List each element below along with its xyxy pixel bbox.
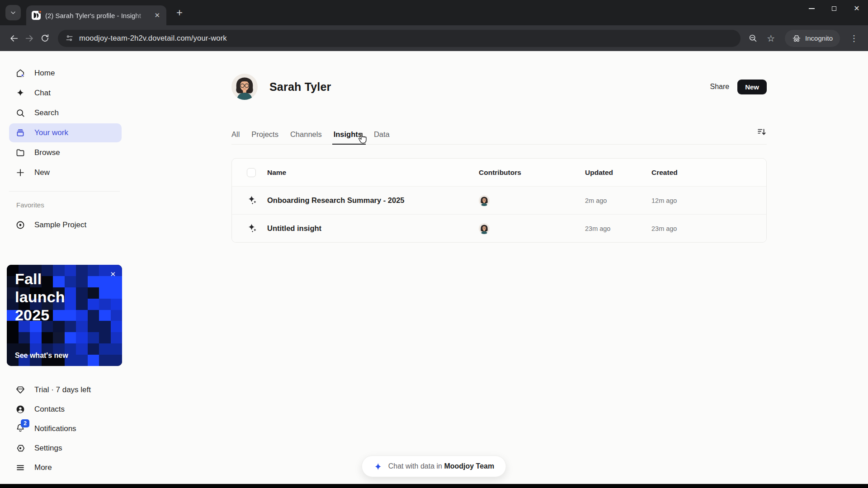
forward-arrow-icon: [24, 33, 34, 43]
team-name: Moodjoy Team: [444, 462, 494, 470]
share-button[interactable]: Share: [710, 83, 729, 91]
created-time: 23m ago: [651, 225, 766, 232]
restore-icon: [832, 6, 836, 11]
insight-sparkles-icon: [247, 223, 267, 234]
zoom-button[interactable]: [745, 31, 760, 46]
window-controls: ✕: [800, 0, 868, 17]
tab-title: (2) Sarah Tyler's profile - Insight: [45, 12, 152, 19]
sidebar-item-new[interactable]: New: [9, 163, 122, 182]
search-icon: [15, 108, 25, 118]
settings-icon: [15, 443, 25, 453]
incognito-badge: Incognito: [785, 30, 840, 47]
banner-cta-link[interactable]: See what's new: [15, 352, 68, 360]
insight-sparkles-icon: [247, 195, 267, 206]
sidebar-item-home[interactable]: Home: [9, 64, 122, 83]
sidebar-item-label: More: [34, 463, 52, 472]
sidebar-item-settings[interactable]: Settings: [9, 439, 122, 458]
url-text[interactable]: moodjoy-team-2h2v.dovetail.com/your-work: [79, 34, 227, 42]
fall-launch-banner[interactable]: Fall launch 2025 ✕ See what's new: [7, 265, 122, 366]
insight-name[interactable]: Untitled insight: [267, 224, 479, 233]
sidebar-item-browse[interactable]: Browse: [9, 143, 122, 162]
main-content: Sarah Tyler Share New All Projects Chann…: [129, 51, 868, 484]
contact-icon: [15, 404, 25, 414]
new-tab-button[interactable]: +: [174, 6, 185, 19]
menu-lines-icon: [15, 463, 25, 473]
table-row[interactable]: Untitled insight 23m ago 23m ago: [232, 215, 766, 242]
banner-close-icon[interactable]: ✕: [110, 270, 116, 278]
sidebar-item-label: Chat: [34, 89, 51, 98]
tab-all[interactable]: All: [231, 130, 240, 139]
contributor-avatar: [479, 195, 490, 206]
sidebar-item-more[interactable]: More: [9, 458, 122, 477]
new-button[interactable]: New: [737, 80, 767, 94]
profile-tabs: All Projects Channels Insights Data: [231, 127, 767, 145]
tab-search-button[interactable]: [5, 5, 21, 20]
header-actions: Share New: [710, 80, 767, 94]
tab-data[interactable]: Data: [374, 130, 390, 139]
forward-button[interactable]: [22, 31, 37, 46]
site-info-icon[interactable]: [65, 34, 74, 42]
sidebar-item-sample-project[interactable]: Sample Project: [9, 216, 122, 235]
insight-name[interactable]: Onboarding Research Summary - 2025: [267, 196, 479, 205]
sidebar-item-chat[interactable]: Chat: [9, 84, 122, 103]
column-header-created[interactable]: Created: [651, 169, 766, 177]
sidebar-item-notifications[interactable]: 2 Notifications: [9, 419, 122, 438]
tab-close-icon[interactable]: ✕: [152, 10, 162, 20]
page-title: Sarah Tyler: [269, 80, 331, 94]
chat-with-data-button[interactable]: Chat with data in Moodjoy Team: [362, 455, 506, 477]
tab-channels[interactable]: Channels: [290, 130, 322, 139]
window-restore-button[interactable]: [823, 0, 845, 17]
created-time: 12m ago: [651, 197, 766, 204]
tab-projects[interactable]: Projects: [251, 130, 278, 139]
table-header-row: Name Contributors Updated Created: [232, 159, 766, 187]
minimize-icon: [809, 8, 815, 9]
sidebar-item-your-work[interactable]: Your work: [9, 123, 122, 142]
target-icon: [15, 220, 25, 230]
sort-button[interactable]: [757, 127, 767, 139]
bookmark-star-icon: ☆: [767, 33, 775, 44]
zoom-out-magnifier-icon: [748, 33, 758, 43]
notifications-badge: 2: [21, 419, 29, 427]
back-button[interactable]: [6, 31, 22, 46]
screen-bottom-strip: [0, 484, 868, 488]
favorite-item-label: Sample Project: [34, 221, 86, 230]
browser-menu-button[interactable]: ⋮: [846, 33, 862, 43]
sidebar-divider: [9, 191, 120, 192]
dovetail-app: Home Chat Search Your work Browse New: [0, 51, 868, 484]
sidebar-item-trial[interactable]: Trial · 7 days left: [9, 380, 122, 399]
sidebar-item-contacts[interactable]: Contacts: [9, 400, 122, 419]
toolbar-right-icons: ☆ Incognito ⋮: [745, 30, 862, 47]
profile-header: Sarah Tyler Share New: [231, 74, 767, 100]
address-bar[interactable]: moodjoy-team-2h2v.dovetail.com/your-work: [58, 30, 741, 47]
reload-icon: [40, 33, 50, 43]
favorites-label: Favorites: [16, 201, 129, 209]
table-row[interactable]: Onboarding Research Summary - 2025 2m ag…: [232, 187, 766, 215]
home-icon: [15, 68, 25, 78]
sidebar-item-search[interactable]: Search: [9, 103, 122, 122]
column-header-contributors[interactable]: Contributors: [479, 169, 585, 177]
contributor-avatar: [479, 223, 490, 234]
bookmark-button[interactable]: ☆: [763, 31, 778, 46]
sidebar-item-label: Notifications: [34, 424, 76, 433]
sidebar-item-label: New: [34, 168, 50, 177]
column-header-name[interactable]: Name: [267, 169, 479, 177]
updated-time: 23m ago: [585, 225, 651, 232]
incognito-label: Incognito: [805, 34, 833, 42]
folder-icon: [15, 148, 25, 158]
sidebar-footer: Trial · 7 days left Contacts 2 Notificat…: [0, 380, 129, 484]
sidebar-item-label: Search: [34, 108, 59, 117]
sidebar-item-label: Your work: [34, 128, 68, 137]
select-all-checkbox[interactable]: [247, 168, 256, 177]
sort-icon: [757, 127, 767, 137]
reload-button[interactable]: [37, 31, 52, 46]
chat-pill-label: Chat with data in Moodjoy Team: [388, 462, 494, 470]
column-header-updated[interactable]: Updated: [585, 169, 651, 177]
back-arrow-icon: [9, 33, 19, 43]
window-close-button[interactable]: ✕: [845, 0, 868, 17]
window-minimize-button[interactable]: [800, 0, 823, 17]
sidebar: Home Chat Search Your work Browse New: [0, 51, 129, 484]
browser-tab-active[interactable]: (2) Sarah Tyler's profile - Insight ✕: [26, 5, 166, 25]
bell-wrap: 2: [15, 423, 25, 435]
avatar: [231, 74, 258, 100]
browser-window: (2) Sarah Tyler's profile - Insight ✕ + …: [0, 0, 868, 488]
